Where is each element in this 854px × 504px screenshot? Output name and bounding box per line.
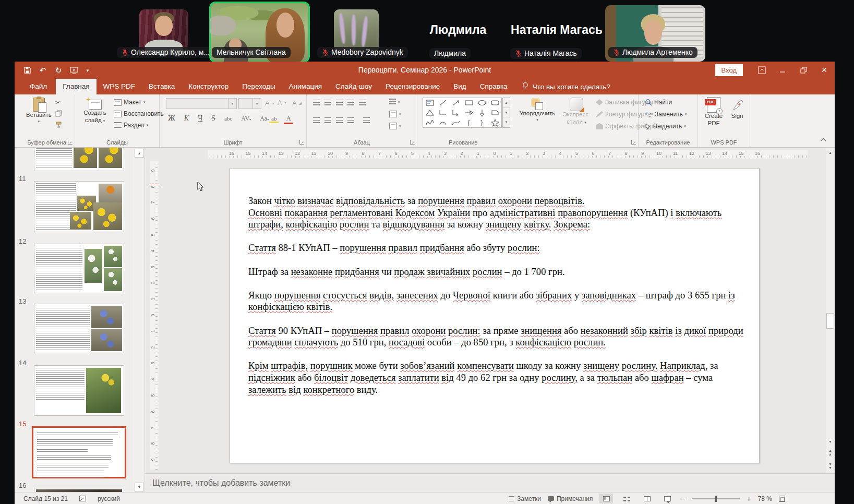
thumbnail-scroll-up-icon[interactable]: ▲ bbox=[135, 149, 144, 158]
paste-button[interactable]: Вставить▾ bbox=[26, 98, 52, 124]
align-left-icon[interactable] bbox=[313, 117, 320, 124]
tab-файл[interactable]: Файл bbox=[21, 79, 56, 94]
highlight-color-button[interactable]: ab bbox=[269, 115, 279, 123]
quick-styles-button[interactable]: Экспресс- стили ▾ bbox=[559, 98, 594, 126]
slideshow-view-button[interactable] bbox=[660, 494, 674, 503]
decrease-font-size-button[interactable]: A▼ bbox=[278, 99, 287, 106]
clipboard-dialog-launcher-icon[interactable] bbox=[68, 140, 73, 145]
slide-thumbnail-16[interactable] bbox=[34, 488, 124, 492]
bold-button[interactable]: Ж bbox=[166, 114, 177, 123]
paragraph-dialog-launcher-icon[interactable] bbox=[410, 140, 415, 145]
tab-вставка[interactable]: Вставка bbox=[142, 79, 182, 94]
shape-right-arrow-icon[interactable] bbox=[462, 108, 475, 118]
shapes-gallery-scrollbar[interactable]: ▲▼▼ bbox=[502, 98, 510, 128]
slide-canvas[interactable]: Закон чітко визначає відповідальність за… bbox=[230, 168, 760, 463]
clear-formatting-button[interactable]: A◢ bbox=[292, 99, 302, 107]
line-spacing-icon[interactable] bbox=[359, 100, 366, 106]
cut-button[interactable]: ✂ bbox=[55, 99, 61, 106]
shape-right-brace-icon[interactable]: } bbox=[475, 117, 488, 127]
slide-text-block[interactable]: Закон чітко визначає відповідальність за… bbox=[248, 195, 745, 395]
minimize-icon[interactable] bbox=[772, 62, 793, 79]
numbering-icon[interactable] bbox=[324, 100, 331, 106]
section-button[interactable]: Раздел▾ bbox=[114, 122, 148, 129]
thumbnail-scroll-down-icon[interactable]: ▼ bbox=[135, 483, 144, 491]
shape-arc-icon[interactable] bbox=[436, 117, 449, 127]
next-slide-icon[interactable]: ▼▼ bbox=[826, 462, 834, 470]
arrange-button[interactable]: Упорядочить▾ bbox=[516, 99, 558, 122]
align-center-icon[interactable] bbox=[324, 117, 331, 124]
reading-view-button[interactable] bbox=[640, 494, 654, 503]
create-pdf-button[interactable]: PDF+ CreatePDF bbox=[702, 97, 725, 127]
tab-анимация[interactable]: Анимация bbox=[282, 79, 329, 94]
zoom-out-button[interactable]: − bbox=[681, 495, 685, 503]
zoom-slider[interactable] bbox=[692, 498, 740, 499]
shape-curve-icon[interactable] bbox=[449, 117, 462, 127]
bullets-icon[interactable] bbox=[313, 100, 320, 106]
shape-textbox-icon[interactable] bbox=[423, 98, 436, 108]
drawing-dialog-launcher-icon[interactable] bbox=[631, 140, 636, 145]
fit-to-window-icon[interactable] bbox=[779, 496, 785, 502]
convert-smartart-button[interactable]: ▾ bbox=[389, 123, 401, 129]
decrease-indent-icon[interactable] bbox=[336, 100, 343, 106]
reset-slide-button[interactable]: Восстановить bbox=[114, 110, 164, 117]
shapes-gallery[interactable]: {} bbox=[423, 98, 502, 128]
language-indicator[interactable]: русский bbox=[98, 495, 120, 502]
sign-button[interactable]: Sign bbox=[727, 97, 747, 120]
strikethrough-button[interactable]: S bbox=[209, 114, 218, 123]
scrollbar-thumb[interactable] bbox=[826, 313, 834, 329]
normal-view-button[interactable] bbox=[599, 494, 613, 503]
font-name-dropdown[interactable]: ▾ bbox=[166, 98, 237, 109]
shape-down-arrow-icon[interactable] bbox=[475, 108, 488, 118]
font-size-dropdown[interactable]: ▾ bbox=[238, 98, 261, 109]
select-button[interactable]: Выделить▾ bbox=[645, 123, 686, 130]
slide-thumbnail-13[interactable] bbox=[34, 304, 124, 353]
previous-slide-icon[interactable]: ▲▲ bbox=[826, 448, 834, 456]
justify-icon[interactable] bbox=[347, 117, 354, 124]
shape-rounded-rectangle-icon[interactable] bbox=[488, 98, 501, 108]
shape-rectangle-icon[interactable] bbox=[462, 98, 475, 108]
sign-in-button[interactable]: Вход bbox=[715, 64, 743, 76]
layout-button[interactable]: Макет▾ bbox=[114, 99, 145, 106]
shadow-button[interactable]: abc bbox=[222, 115, 234, 122]
font-color-button[interactable]: A bbox=[284, 114, 293, 124]
collapse-ribbon-icon[interactable] bbox=[820, 135, 826, 144]
participant-video[interactable]: Людмила Артеменко bbox=[605, 5, 705, 62]
slide-scrollbar[interactable]: ▲ ▼ ▲▲ ▼▼ bbox=[826, 148, 835, 473]
shape-star-icon[interactable] bbox=[488, 117, 501, 127]
scroll-down-icon[interactable]: ▼ bbox=[826, 438, 834, 446]
zoom-level[interactable]: 78 % bbox=[758, 495, 772, 502]
align-text-button[interactable]: ▾ bbox=[389, 111, 401, 117]
participant-video[interactable]: Мельничук Світлана bbox=[210, 3, 309, 62]
tell-me-search[interactable]: Что вы хотите сделать? bbox=[522, 79, 610, 94]
shape-line-icon[interactable] bbox=[436, 98, 449, 108]
tab-переходы[interactable]: Переходы bbox=[235, 79, 282, 94]
zoom-slider-thumb[interactable] bbox=[715, 496, 717, 502]
copy-button[interactable] bbox=[55, 110, 62, 117]
font-dialog-launcher-icon[interactable] bbox=[299, 140, 304, 145]
tab-справка[interactable]: Справка bbox=[473, 79, 514, 94]
slide-thumbnail-14[interactable] bbox=[34, 365, 124, 416]
tab-рецензирование[interactable]: Рецензирование bbox=[379, 79, 447, 94]
notes-pane[interactable]: Щелкните, чтобы добавить заметки bbox=[145, 473, 835, 492]
ribbon-display-options-icon[interactable] bbox=[751, 62, 772, 79]
shape-elbow-arrow-icon[interactable] bbox=[449, 108, 462, 118]
align-right-icon[interactable] bbox=[336, 117, 343, 124]
columns-icon[interactable] bbox=[363, 117, 370, 124]
shape-triangle-icon[interactable] bbox=[423, 108, 436, 118]
shape-elbow-connector-icon[interactable] bbox=[436, 108, 449, 118]
italic-button[interactable]: К bbox=[182, 114, 191, 123]
tab-главная[interactable]: Главная bbox=[56, 79, 96, 94]
slide-thumbnail-15[interactable] bbox=[32, 426, 126, 478]
tab-wps-pdf[interactable]: WPS PDF bbox=[97, 79, 142, 94]
format-painter-button[interactable] bbox=[55, 122, 62, 128]
new-slide-button[interactable]: Создать слайд ▾ bbox=[80, 98, 110, 124]
shape-arrow-icon[interactable] bbox=[449, 98, 462, 108]
tab-вид[interactable]: Вид bbox=[447, 79, 473, 94]
find-button[interactable]: Найти bbox=[645, 99, 672, 106]
zoom-in-button[interactable]: + bbox=[747, 495, 751, 503]
shape-flowchart-icon[interactable] bbox=[488, 108, 501, 118]
close-icon[interactable]: × bbox=[814, 62, 835, 79]
thumbnail-scrollbar[interactable]: ▲ ▼ bbox=[134, 148, 145, 492]
restore-icon[interactable] bbox=[793, 62, 814, 79]
increase-font-size-button[interactable]: A▲ bbox=[265, 99, 275, 107]
